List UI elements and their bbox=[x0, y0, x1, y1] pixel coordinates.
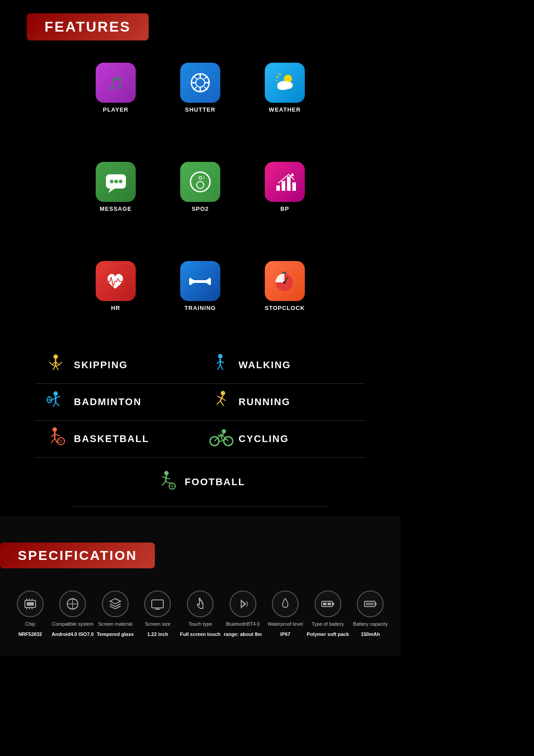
spec-bluetooth: BluetoothBT4.0 range: about 8m bbox=[222, 591, 264, 638]
spec-battery-cap: Battery capacity 150mAh bbox=[349, 591, 392, 638]
skipping-label: SKIPPING bbox=[74, 359, 128, 371]
battery-type-icon bbox=[315, 591, 341, 617]
spec-compatible: Compatible system Android4.0 ISO7.0 bbox=[52, 591, 94, 638]
svg-line-53 bbox=[56, 402, 59, 406]
svg-line-91 bbox=[162, 482, 166, 486]
svg-point-21 bbox=[110, 180, 113, 183]
spec-screen-size: Screen size 1.22 inch bbox=[137, 591, 179, 638]
spo2-label: SPO2 bbox=[192, 205, 209, 212]
svg-point-82 bbox=[222, 429, 226, 434]
bp-label: BP bbox=[280, 205, 289, 212]
training-label: TRAINING bbox=[184, 305, 216, 311]
svg-rect-117 bbox=[366, 603, 374, 605]
hr-label: HR bbox=[111, 305, 120, 311]
svg-rect-105 bbox=[152, 600, 163, 608]
svg-rect-41 bbox=[282, 272, 287, 274]
svg-point-48 bbox=[53, 391, 58, 396]
svg-rect-31 bbox=[292, 182, 296, 191]
svg-line-68 bbox=[218, 365, 220, 370]
svg-point-108 bbox=[198, 598, 200, 599]
skipping-icon bbox=[44, 353, 67, 377]
svg-line-110 bbox=[241, 604, 246, 607]
football-icon bbox=[155, 470, 178, 494]
sport-football-row: FOOTBALL bbox=[71, 458, 329, 507]
sports-section: SKIPPING bbox=[0, 338, 400, 516]
sports-left: SKIPPING bbox=[36, 347, 200, 458]
sport-badminton: BADMINTON bbox=[36, 384, 200, 421]
app-message[interactable]: MESSAGE bbox=[96, 162, 136, 212]
svg-point-57 bbox=[53, 427, 57, 432]
battery-cap-icon bbox=[357, 591, 384, 617]
svg-point-42 bbox=[53, 354, 58, 359]
chip-icon bbox=[17, 591, 44, 617]
weather-label: WEATHER bbox=[269, 106, 301, 113]
app-weather[interactable]: WEATHER bbox=[265, 63, 305, 113]
app-spo2[interactable]: O 2 SPO2 bbox=[180, 162, 220, 212]
svg-marker-20 bbox=[108, 189, 115, 193]
sport-running: RUNNING bbox=[200, 384, 365, 421]
app-shutter[interactable]: SHUTTER bbox=[180, 63, 220, 113]
badminton-label: BADMINTON bbox=[74, 396, 142, 408]
shutter-label: SHUTTER bbox=[185, 106, 215, 113]
badminton-icon bbox=[44, 390, 67, 414]
app-row-1: 🎵 PLAYER SHUTTER bbox=[27, 63, 374, 113]
app-row-2: MESSAGE O 2 SPO2 bbox=[27, 162, 374, 212]
spec-battery-type: Type of battery Polymer soft pack bbox=[307, 591, 349, 638]
features-header: FEATURES bbox=[27, 13, 149, 40]
svg-point-17 bbox=[279, 73, 281, 75]
svg-point-22 bbox=[114, 180, 118, 183]
svg-line-85 bbox=[221, 437, 222, 440]
battery-cap-label: Battery capacity bbox=[353, 621, 388, 627]
svg-line-8 bbox=[194, 76, 197, 79]
svg-rect-97 bbox=[27, 602, 34, 606]
svg-rect-37 bbox=[208, 278, 211, 285]
sports-grid: SKIPPING bbox=[36, 347, 365, 458]
stopclock-label: STOPCLOCK bbox=[265, 305, 305, 311]
touch-type-value: Full screen touch bbox=[180, 631, 220, 638]
svg-point-15 bbox=[277, 84, 286, 90]
svg-line-72 bbox=[217, 396, 222, 398]
svg-point-3 bbox=[196, 78, 205, 87]
spec-title: SPECIFICATION bbox=[18, 548, 137, 563]
app-training[interactable]: TRAINING bbox=[180, 261, 220, 311]
spo2-icon: O 2 bbox=[180, 162, 220, 202]
waterproof-value: IP67 bbox=[280, 631, 291, 638]
bluetooth-icon bbox=[230, 591, 256, 617]
message-label: MESSAGE bbox=[100, 205, 132, 212]
app-hr[interactable]: HR bbox=[96, 261, 136, 311]
svg-line-92 bbox=[166, 482, 171, 483]
svg-line-73 bbox=[222, 398, 226, 401]
screen-material-value: Tempered glass bbox=[97, 631, 134, 638]
svg-point-63 bbox=[57, 438, 65, 445]
app-stopclock[interactable]: STOPCLOCK bbox=[265, 261, 305, 311]
apps-grid: 🎵 PLAYER SHUTTER bbox=[0, 54, 400, 334]
sport-cycling: CYCLING bbox=[200, 421, 365, 458]
sports-right: WALKING RUNNING bbox=[200, 347, 365, 458]
svg-rect-30 bbox=[287, 177, 291, 191]
cycling-icon bbox=[209, 427, 231, 451]
spec-grid: Chip NRF52832 Compatible system Android4… bbox=[0, 582, 400, 647]
app-bp[interactable]: BP bbox=[265, 162, 305, 212]
svg-rect-36 bbox=[189, 278, 192, 285]
svg-point-23 bbox=[119, 180, 122, 183]
svg-rect-114 bbox=[328, 603, 331, 605]
battery-type-value: Polymer soft pack bbox=[307, 631, 349, 638]
screen-material-icon bbox=[102, 591, 129, 617]
compatible-value: Android4.0 ISO7.0 bbox=[52, 631, 94, 638]
walking-label: WALKING bbox=[239, 359, 291, 371]
svg-point-64 bbox=[218, 354, 222, 358]
shutter-icon bbox=[180, 63, 220, 103]
app-player[interactable]: 🎵 PLAYER bbox=[96, 63, 136, 113]
svg-line-89 bbox=[162, 476, 166, 478]
compatible-label: Compatible system bbox=[52, 621, 94, 627]
screen-size-icon bbox=[144, 591, 171, 617]
football-label: FOOTBALL bbox=[185, 476, 245, 488]
svg-text:2: 2 bbox=[202, 176, 205, 180]
running-label: RUNNING bbox=[239, 396, 291, 408]
player-icon: 🎵 bbox=[96, 63, 136, 103]
battery-cap-value: 150mAh bbox=[361, 631, 380, 638]
svg-line-61 bbox=[51, 438, 55, 443]
basketball-icon bbox=[44, 427, 67, 451]
touch-type-label: Touch type bbox=[188, 621, 212, 627]
svg-point-18 bbox=[275, 80, 277, 81]
